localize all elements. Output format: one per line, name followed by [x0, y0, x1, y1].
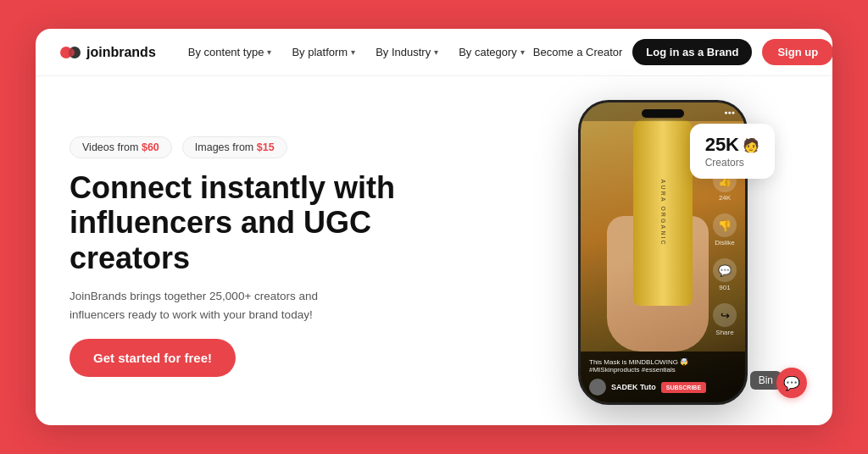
nav-item-content-type[interactable]: By content type ▾	[180, 41, 281, 64]
hero-right: 25K 🧑 Creators ●●● AURA ORGANIC	[527, 100, 798, 413]
dislike-icon-item: 👎 Dislike	[713, 213, 737, 246]
chevron-down-icon: ▾	[351, 47, 355, 57]
phone-username: SADEK Tuto	[611, 383, 656, 391]
like-count: 24K	[719, 194, 731, 202]
chat-bubble-button[interactable]: 💬	[776, 368, 807, 398]
videos-badge: Videos from $60	[70, 136, 172, 158]
phone-bottom-bar: This Mask is MINDBLOWING 🤯 #MISkinproduc…	[581, 352, 745, 402]
subscribe-button[interactable]: SUBSCRIBE	[661, 382, 706, 393]
images-badge: Images from $15	[182, 136, 287, 158]
chevron-down-icon: ▾	[434, 47, 438, 57]
phone-action-icons: 👍 24K 👎 Dislike 💬 901 ↪	[713, 169, 737, 336]
nav-right: Become a Creator Log in as a Brand Sign …	[533, 39, 832, 65]
creators-badge: 25K 🧑 Creators	[690, 124, 775, 179]
pricing-badges: Videos from $60 Images from $15	[70, 136, 510, 158]
become-creator-link[interactable]: Become a Creator	[533, 46, 623, 58]
nav-links: By content type ▾ By platform ▾ By Indus…	[180, 41, 533, 64]
chevron-down-icon: ▾	[267, 47, 271, 57]
comment-icon-item: 💬 901	[713, 258, 737, 291]
creators-badge-inner: 25K 🧑 Creators	[705, 134, 760, 169]
creators-label: Creators	[705, 157, 760, 169]
dislike-label: Dislike	[715, 239, 735, 246]
nav-item-category[interactable]: By category ▾	[450, 41, 533, 64]
main-card: joinbrands By content type ▾ By platform…	[36, 29, 832, 425]
bottle-label: AURA ORGANIC	[660, 180, 666, 246]
share-label: Share	[715, 329, 733, 336]
cta-button[interactable]: Get started for free!	[70, 339, 236, 377]
share-icon: ↪	[713, 303, 737, 327]
hero-title: Connect instantly with influencers and U…	[70, 170, 442, 275]
hero-section: Videos from $60 Images from $15 Connect …	[36, 76, 832, 425]
logo[interactable]: joinbrands	[59, 42, 156, 64]
nav-item-platform[interactable]: By platform ▾	[283, 41, 364, 64]
hero-left: Videos from $60 Images from $15 Connect …	[70, 136, 510, 377]
phone-user-row: SADEK Tuto SUBSCRIBE	[589, 379, 737, 396]
share-icon-item: ↪ Share	[713, 303, 737, 336]
phone-avatar	[589, 379, 606, 396]
brand-name: joinbrands	[86, 45, 156, 60]
chevron-down-icon: ▾	[520, 47, 525, 57]
phone-caption: This Mask is MINDBLOWING 🤯 #MISkinproduc…	[589, 358, 737, 374]
product-bottle: AURA ORGANIC	[633, 119, 693, 306]
logo-icon	[59, 42, 81, 64]
comment-count: 901	[719, 284, 730, 291]
phone-status-bar: ●●●	[581, 102, 745, 121]
svg-point-2	[66, 48, 75, 57]
navbar: joinbrands By content type ▾ By platform…	[36, 29, 832, 76]
creators-top: 25K 🧑	[705, 134, 760, 156]
login-button[interactable]: Log in as a Brand	[632, 39, 752, 65]
signal-icon: ●●●	[724, 109, 735, 115]
dislike-icon: 👎	[713, 213, 737, 237]
signup-button[interactable]: Sign up	[762, 39, 832, 65]
chat-icon: 💬	[783, 375, 800, 391]
comment-icon: 💬	[713, 258, 737, 282]
hero-description: JoinBrands brings together 25,000+ creat…	[70, 287, 358, 324]
nav-item-industry[interactable]: By Industry ▾	[367, 41, 447, 64]
creators-count: 25K	[705, 134, 739, 156]
person-icon: 🧑	[743, 137, 760, 153]
